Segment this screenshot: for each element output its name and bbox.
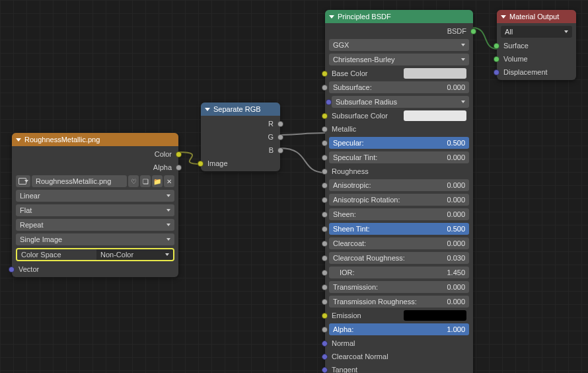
interpolation-dropdown[interactable]: Linear [16, 190, 174, 202]
collapse-icon[interactable] [205, 108, 210, 111]
anisotropic-label: Anisotropic: [333, 181, 371, 189]
distribution-label: GGX [333, 41, 349, 49]
transmission-field[interactable]: Transmission: 0.000 [329, 281, 469, 293]
normal-label: Normal [332, 339, 355, 347]
roughness-socket[interactable] [322, 169, 328, 175]
source-dropdown[interactable]: Single Image [16, 233, 174, 245]
color-space-value: Non-Color [100, 251, 133, 259]
image-node-header[interactable]: RoughnessMetallic.png [12, 133, 178, 146]
sheen-tint-socket[interactable] [322, 226, 328, 232]
base-color-swatch[interactable] [404, 68, 466, 79]
open-image-button[interactable]: 📁 [152, 175, 163, 187]
volume-input-row: Volume [497, 53, 576, 65]
r-output-socket[interactable] [277, 121, 283, 127]
transmission-value: 0.000 [447, 283, 465, 291]
color-space-dropdown[interactable]: Non-Color [96, 249, 173, 260]
volume-socket[interactable] [494, 56, 499, 62]
unlink-image-button[interactable]: ✕ [164, 175, 174, 187]
subsurface-color-label: Subsurface Color [332, 112, 404, 120]
alpha-socket[interactable] [322, 327, 328, 333]
sheen-socket[interactable] [322, 212, 328, 218]
cc-normal-row: Clearcoat Normal [325, 351, 473, 362]
bsdf-output-socket[interactable] [470, 28, 476, 34]
collapse-icon[interactable] [501, 15, 506, 19]
new-image-button[interactable]: ❏ [140, 175, 151, 187]
separate-rgb-node[interactable]: Separate RGB R G B Image [201, 103, 280, 171]
bsdf-output-row: BSDF [325, 25, 473, 37]
image-datablock-dropdown[interactable] [16, 175, 30, 187]
color-output-socket[interactable] [176, 151, 182, 157]
subsurface-socket[interactable] [322, 85, 328, 91]
output-header[interactable]: Material Output [497, 10, 576, 23]
subsurface-label: Subsurface: [333, 83, 372, 91]
sep-rgb-header[interactable]: Separate RGB [201, 103, 280, 116]
displacement-socket[interactable] [494, 69, 499, 75]
clearcoat-value: 0.000 [447, 239, 465, 247]
aniso-rot-field[interactable]: Anisotropic Rotation: 0.000 [329, 194, 469, 206]
metallic-socket[interactable] [322, 126, 328, 132]
interpolation-label: Linear [20, 192, 40, 200]
g-output-socket[interactable] [277, 134, 283, 140]
specular-field[interactable]: Specular: 0.500 [329, 137, 469, 149]
alpha-value: 1.000 [447, 325, 465, 333]
distribution-dropdown[interactable]: GGX [329, 39, 469, 51]
alpha-output-label: Alpha [153, 163, 172, 171]
aniso-rot-socket[interactable] [322, 197, 328, 203]
specular-socket[interactable] [322, 140, 328, 146]
anisotropic-socket[interactable] [322, 183, 328, 188]
image-input-socket[interactable] [198, 161, 203, 167]
projection-dropdown[interactable]: Flat [16, 204, 174, 216]
sheen-tint-value: 0.500 [447, 225, 465, 233]
fake-user-button[interactable]: ♡ [128, 175, 139, 187]
image-texture-node[interactable]: RoughnessMetallic.png Color Alpha Roughn… [12, 133, 178, 277]
source-label: Single Image [20, 235, 62, 243]
emission-socket[interactable] [322, 313, 328, 319]
clearcoat-field[interactable]: Clearcoat: 0.000 [329, 237, 469, 249]
surface-socket[interactable] [494, 43, 499, 49]
subsurface-radius-socket[interactable] [326, 99, 332, 105]
collapse-icon[interactable] [16, 138, 21, 142]
ior-socket[interactable] [322, 270, 328, 276]
subsurface-value: 0.000 [447, 83, 465, 91]
cc-normal-label: Clearcoat Normal [332, 352, 388, 360]
surface-input-row: Surface [497, 40, 576, 52]
vector-input-socket[interactable] [9, 267, 15, 272]
displacement-input-row: Displacement [497, 66, 576, 78]
transmission-socket[interactable] [322, 284, 328, 290]
trans-rough-socket[interactable] [322, 299, 328, 305]
ior-label: IOR: [340, 269, 355, 276]
image-name-field[interactable]: RoughnessMetallic.png [32, 175, 127, 187]
color-space-row: Color Space Non-Color [16, 248, 174, 261]
anisotropic-field[interactable]: Anisotropic: 0.000 [329, 179, 469, 191]
color-output-row: Color [12, 148, 178, 160]
cc-rough-field[interactable]: Clearcoat Roughness: 0.030 [329, 252, 469, 264]
clearcoat-socket[interactable] [322, 241, 328, 247]
b-label: B [269, 146, 274, 154]
sss-method-dropdown[interactable]: Christensen-Burley [329, 54, 469, 65]
base-color-socket[interactable] [322, 71, 328, 77]
subsurface-color-swatch[interactable] [404, 110, 466, 121]
extension-dropdown[interactable]: Repeat [16, 219, 174, 231]
specular-tint-field[interactable]: Specular Tint: 0.000 [329, 151, 469, 163]
sheen-field[interactable]: Sheen: 0.000 [329, 208, 469, 220]
bsdf-header[interactable]: Principled BSDF [325, 10, 473, 23]
ior-field[interactable]: IOR: 1.450 [329, 267, 469, 278]
specular-tint-socket[interactable] [322, 155, 328, 161]
target-dropdown[interactable]: All [501, 26, 572, 38]
alpha-field[interactable]: Alpha: 1.000 [329, 323, 469, 335]
subsurface-color-socket[interactable] [322, 113, 328, 119]
subsurface-field[interactable]: Subsurface: 0.000 [329, 81, 469, 93]
anisotropic-value: 0.000 [447, 181, 465, 189]
subsurface-radius-dropdown[interactable]: Subsurface Radius [332, 96, 469, 108]
ior-value: 1.450 [447, 269, 465, 276]
cc-rough-socket[interactable] [322, 255, 328, 261]
alpha-output-socket[interactable] [176, 165, 182, 171]
b-output-socket[interactable] [277, 147, 283, 153]
collapse-icon[interactable] [329, 15, 334, 19]
trans-rough-field[interactable]: Transmission Roughness: 0.000 [329, 296, 469, 308]
image-node-title: RoughnessMetallic.png [24, 136, 100, 144]
principled-bsdf-node[interactable]: Principled BSDF BSDF GGX Christensen-Bur… [325, 10, 473, 373]
emission-swatch[interactable] [404, 310, 466, 321]
sheen-tint-field[interactable]: Sheen Tint: 0.500 [329, 223, 469, 235]
material-output-node[interactable]: Material Output All Surface Volume Displ… [497, 10, 576, 80]
